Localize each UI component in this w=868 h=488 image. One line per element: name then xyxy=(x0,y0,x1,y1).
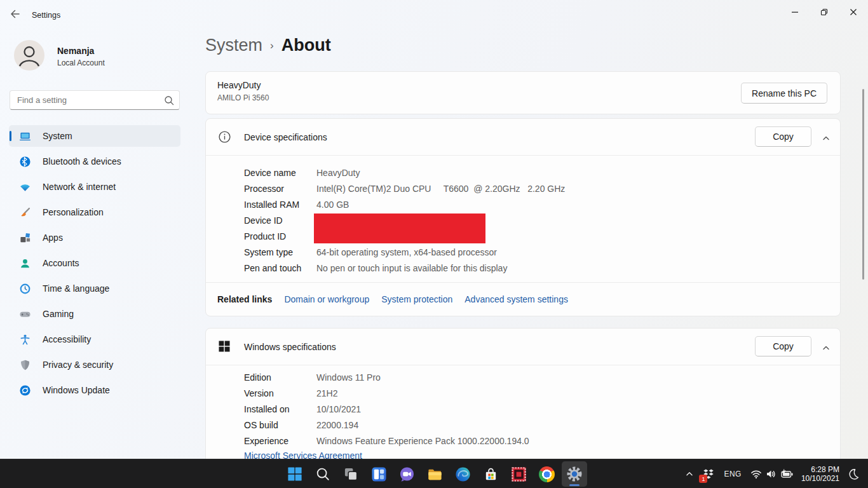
device-specs-copy-button[interactable]: Copy xyxy=(755,126,811,147)
chevron-up-icon xyxy=(821,342,831,353)
edge-button[interactable] xyxy=(450,461,475,487)
volume-icon xyxy=(765,468,778,480)
start-button[interactable] xyxy=(282,461,308,487)
clock-icon xyxy=(19,283,31,295)
spec-label: Device name xyxy=(244,168,316,178)
page-title: About xyxy=(281,36,331,55)
widgets-icon xyxy=(371,466,387,482)
language-indicator[interactable]: ENG xyxy=(719,461,747,487)
settings-app-button[interactable] xyxy=(562,461,587,487)
sidebar-item-label: Accounts xyxy=(43,258,79,268)
spec-value: Windows 11 Pro xyxy=(316,372,381,383)
tray-date: 10/10/2021 xyxy=(801,474,839,483)
sidebar-item-personalization[interactable]: Personalization xyxy=(9,201,180,223)
related-links: Related links Domain or workgroup System… xyxy=(206,282,840,316)
breadcrumb-system[interactable]: System xyxy=(205,36,262,55)
minimize-button[interactable] xyxy=(780,3,810,22)
sidebar-item-bluetooth-devices[interactable]: Bluetooth & devices xyxy=(9,151,180,172)
task-view-button[interactable] xyxy=(338,461,363,487)
wifi-icon xyxy=(750,468,763,480)
spec-value: 21H2 xyxy=(316,388,337,398)
sidebar-item-time-language[interactable]: Time & language xyxy=(9,278,180,299)
link-domain-workgroup[interactable]: Domain or workgroup xyxy=(284,294,369,304)
capture-app-button[interactable] xyxy=(506,461,531,487)
store-button[interactable] xyxy=(478,461,503,487)
windows-specs-rows: EditionWindows 11 Pro Version21H2 Instal… xyxy=(206,369,840,449)
window-title: Settings xyxy=(32,11,60,20)
spec-row-installed-on: Installed on10/10/2021 xyxy=(206,401,840,417)
chat-icon xyxy=(399,466,415,482)
sidebar-item-accounts[interactable]: Accounts xyxy=(9,252,180,274)
network-volume-battery-button[interactable] xyxy=(747,461,797,487)
sidebar-item-windows-update[interactable]: Windows Update xyxy=(9,379,180,401)
task-view-icon xyxy=(343,466,359,482)
minimize-icon xyxy=(791,8,799,16)
link-system-protection[interactable]: System protection xyxy=(381,294,452,304)
device-name: HeavyDuty xyxy=(217,80,261,90)
spec-row-os-build: OS build22000.194 xyxy=(206,417,840,433)
device-specs-collapse-button[interactable] xyxy=(818,132,834,144)
widgets-button[interactable] xyxy=(366,461,391,487)
sidebar-item-label: Accessibility xyxy=(43,334,91,344)
sidebar-item-label: Windows Update xyxy=(43,385,110,395)
sidebar-item-label: Privacy & security xyxy=(43,360,113,370)
spec-label: Installed RAM xyxy=(244,200,316,210)
spec-value: Windows Feature Experience Pack 1000.220… xyxy=(316,436,529,446)
chevron-up-icon xyxy=(821,133,831,143)
close-icon xyxy=(850,8,857,16)
divider xyxy=(206,155,840,156)
rename-pc-button[interactable]: Rename this PC xyxy=(741,83,827,104)
breadcrumb: System›About xyxy=(205,36,331,55)
restore-icon xyxy=(820,8,828,16)
file-explorer-icon xyxy=(427,466,443,482)
spec-label: System type xyxy=(244,247,316,257)
link-advanced-system-settings[interactable]: Advanced system settings xyxy=(465,294,568,304)
chat-button[interactable] xyxy=(394,461,419,487)
spec-label: Processor xyxy=(244,184,316,194)
sidebar-nav: System Bluetooth & devices Network & int… xyxy=(9,125,180,405)
back-button[interactable] xyxy=(6,8,23,20)
focus-assist-button[interactable] xyxy=(844,461,863,487)
search-icon[interactable] xyxy=(163,95,175,109)
settings-window: Settings Nemanja Local Account System Bl… xyxy=(0,0,868,488)
sidebar-item-label: System xyxy=(43,131,72,141)
sidebar-item-gaming[interactable]: Gaming xyxy=(9,303,180,325)
sidebar-item-network-internet[interactable]: Network & internet xyxy=(9,176,180,198)
sidebar-item-label: Network & internet xyxy=(43,182,116,192)
user-name: Nemanja xyxy=(57,46,94,56)
spec-label: Edition xyxy=(244,372,316,383)
sidebar-item-privacy-security[interactable]: Privacy & security xyxy=(9,354,180,376)
close-button[interactable] xyxy=(839,3,868,22)
device-specifications-card: Device specifications Copy Device nameHe… xyxy=(205,118,841,316)
clock[interactable]: 6:28 PM 10/10/2021 xyxy=(797,465,844,483)
spec-label: Product ID xyxy=(244,231,316,241)
sidebar-item-system[interactable]: System xyxy=(9,125,180,147)
sidebar-item-accessibility[interactable]: Accessibility xyxy=(9,329,180,350)
hidden-icons-button[interactable] xyxy=(681,461,698,487)
chrome-button[interactable] xyxy=(534,461,559,487)
battery-charging-icon xyxy=(780,468,794,480)
search-icon xyxy=(315,466,330,482)
taskbar-search-button[interactable] xyxy=(310,461,336,487)
spec-row-experience: ExperienceWindows Feature Experience Pac… xyxy=(206,433,840,449)
windows-specs-copy-button[interactable]: Copy xyxy=(755,336,811,356)
spec-row-version: Version21H2 xyxy=(206,385,840,401)
spec-value: 4.00 GB xyxy=(316,200,349,210)
avatar[interactable] xyxy=(14,40,44,71)
scrollbar-thumb[interactable] xyxy=(862,89,864,280)
system-icon xyxy=(19,130,31,142)
spec-row-product-id: Product ID xyxy=(206,228,840,244)
settings-gear-icon xyxy=(566,466,583,482)
spec-label: Experience xyxy=(244,436,316,446)
windows-specs-collapse-button[interactable] xyxy=(818,341,834,354)
sidebar-item-apps[interactable]: Apps xyxy=(9,227,180,248)
file-explorer-button[interactable] xyxy=(422,461,447,487)
store-icon xyxy=(483,466,499,482)
restore-button[interactable] xyxy=(810,3,839,22)
dropbox-tray-button[interactable]: 1 xyxy=(698,461,719,487)
search-input[interactable] xyxy=(10,91,179,109)
spec-row-device-id: Device ID xyxy=(206,212,840,228)
device-model: AMILO Pi 3560 xyxy=(217,93,269,102)
breadcrumb-separator-icon: › xyxy=(270,39,274,51)
paintbrush-icon xyxy=(19,207,31,219)
